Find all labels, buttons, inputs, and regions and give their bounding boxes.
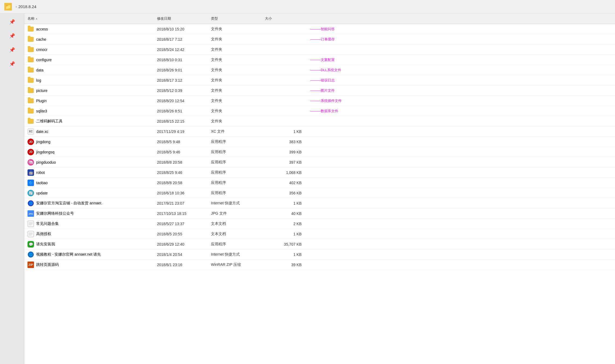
file-modified: 2018/8/20 12:54 — [154, 98, 208, 104]
col-header-size[interactable]: 大小 — [262, 15, 305, 22]
file-name-cell: JD jingdong — [24, 138, 154, 146]
file-name: 请先安装我 — [36, 242, 55, 247]
file-type-icon — [28, 98, 34, 104]
file-name-cell: picture — [24, 86, 154, 95]
file-type-icon: JD — [28, 139, 34, 145]
file-annotation: ———文案配置 — [305, 56, 615, 63]
file-modified: 2018/5/12 0:39 — [154, 87, 208, 94]
table-row[interactable]: 常见问题合集 2018/5/27 13:37 文本文档 2 KB — [24, 219, 615, 229]
file-type-icon — [28, 221, 34, 227]
file-modified: 2017/11/29 4:19 — [154, 128, 208, 135]
col-header-type[interactable]: 类型 — [208, 15, 262, 22]
file-modified: 2018/8/10 15:20 — [154, 26, 208, 32]
file-name-cell: cache — [24, 35, 154, 44]
file-modified: 2018/8/26 8:51 — [154, 108, 208, 114]
file-name-cell: 💬 请先安装我 — [24, 240, 154, 249]
file-annotation: ———DLL系统文件 — [305, 67, 615, 74]
table-row[interactable]: cache 2018/8/17 7:12 文件夹 ———订单缓存 — [24, 34, 615, 44]
annotation-text: ———智能问答 — [308, 27, 335, 31]
col-header-modified[interactable]: 修改日期 — [154, 15, 208, 22]
file-modified: 2017/10/13 18:15 — [154, 210, 208, 217]
file-modified: 2018/8/5 9:46 — [154, 149, 208, 155]
file-type-icon — [28, 26, 34, 32]
table-row[interactable]: 🤖 robot 2018/8/25 9:46 应用程序 1,068 KB — [24, 167, 615, 178]
file-name: configure — [36, 58, 52, 62]
file-type-icon — [28, 57, 34, 63]
annotation-text: ———订单缓存 — [308, 37, 335, 41]
file-size: 397 KB — [262, 159, 305, 166]
file-modified: 2018/8/17 7:12 — [154, 36, 208, 43]
table-row[interactable]: JD jingdong 2018/8/5 9:48 应用程序 383 KB — [24, 137, 615, 147]
file-name: 跳转页面源码 — [36, 262, 59, 267]
file-name: robot — [36, 170, 45, 175]
table-row[interactable]: sqlite3 2018/8/26 8:51 文件夹 ———数据库文件 — [24, 106, 615, 116]
file-name: cache — [36, 37, 46, 42]
file-name: log — [36, 78, 41, 83]
pin-icon-4[interactable]: 📌 — [9, 61, 15, 67]
file-type: JPG 文件 — [208, 210, 262, 217]
file-name-cell: 常见问题合集 — [24, 219, 154, 228]
table-row[interactable]: 二维码解码工具 2018/8/15 22:15 文件夹 — [24, 116, 615, 126]
file-size: 399 KB — [262, 149, 305, 155]
file-type-icon: 💬 — [28, 241, 34, 248]
table-row[interactable]: 🔄 update 2018/6/18 10:36 应用程序 356 KB — [24, 188, 615, 198]
table-row[interactable]: JPG 安娜尔网络科技公众号 2017/10/13 18:15 JPG 文件 4… — [24, 208, 615, 219]
file-type: WinRAR ZIP 压缩 — [208, 261, 262, 268]
file-size: 39 KB — [262, 262, 305, 268]
pin-icon-2[interactable]: 📌 — [9, 33, 15, 39]
file-size — [262, 90, 305, 92]
table-row[interactable]: JD jingdongsq 2018/8/5 9:46 应用程序 399 KB — [24, 147, 615, 157]
table-row[interactable]: picture 2018/5/12 0:39 文件夹 ———图片文件 — [24, 85, 615, 96]
file-type: 文件夹 — [208, 87, 262, 94]
sort-arrow-icon: ∧ — [36, 17, 37, 20]
table-row[interactable]: configure 2018/8/10 0:31 文件夹 ———文案配置 — [24, 55, 615, 65]
file-name-cell: cnnocr — [24, 45, 154, 54]
file-modified: 2018/6/18 10:36 — [154, 190, 208, 196]
table-row[interactable]: data 2018/8/26 9:01 文件夹 ———DLL系统文件 — [24, 65, 615, 75]
annotation-text: ———DLL系统文件 — [308, 68, 341, 72]
file-name: 常见问题合集 — [36, 221, 59, 226]
file-type-icon: 🔄 — [28, 190, 34, 196]
table-row[interactable]: 💬 请先安装我 2018/6/29 12:40 应用程序 35,707 KB — [24, 239, 615, 249]
file-type-icon: JPG — [28, 210, 34, 217]
table-row[interactable]: 高佣授权 2018/8/5 20:55 文本文档 1 KB — [24, 229, 615, 239]
file-name-cell: 🔄 update — [24, 189, 154, 197]
file-size: 1 KB — [262, 128, 305, 135]
table-row[interactable]: access 2018/8/10 15:20 文件夹 ———智能问答 — [24, 24, 615, 34]
file-modified: 2018/8/8 20:58 — [154, 159, 208, 166]
file-name: 安娜尔官方淘宝店铺 - 自动发货 annaer. — [36, 201, 102, 206]
pin-icon-1[interactable]: 📌 — [9, 19, 15, 25]
file-name-cell: 🤖 robot — [24, 168, 154, 177]
file-size — [262, 100, 305, 102]
file-type: 应用程序 — [208, 149, 262, 156]
file-size — [262, 79, 305, 81]
file-modified: 2017/9/21 23:07 — [154, 200, 208, 207]
table-row[interactable]: cnnocr 2018/5/24 12:42 文件夹 — [24, 44, 615, 55]
table-row[interactable]: Plugin 2018/8/20 12:54 文件夹 ———系统插件文件 — [24, 96, 615, 106]
file-size: 35,707 KB — [262, 241, 305, 248]
table-row[interactable]: 🔷 taobao 2018/8/8 20:58 应用程序 402 KB — [24, 178, 615, 188]
table-row[interactable]: ZIP 跳转页面源码 2018/6/1 23:16 WinRAR ZIP 压缩 … — [24, 260, 615, 270]
annotation-text: ———错误日志 — [308, 78, 335, 82]
file-size — [262, 49, 305, 51]
pin-icon-3[interactable]: 📌 — [9, 47, 15, 53]
file-name-cell: JD jingdongsq — [24, 148, 154, 156]
table-row[interactable]: 🛍 pingduoduo 2018/8/8 20:58 应用程序 397 KB — [24, 157, 615, 167]
file-name-cell: ZIP 跳转页面源码 — [24, 260, 154, 269]
table-row[interactable]: 🌐 视频教程 - 安娜尔官网 annaer.net 请先 2018/1/4 20… — [24, 249, 615, 260]
table-row[interactable]: XC date.xc 2017/11/29 4:19 XC 文件 1 KB — [24, 126, 615, 137]
file-type: 文本文档 — [208, 220, 262, 227]
file-type-icon — [28, 118, 34, 125]
file-type-icon — [28, 87, 34, 94]
file-name: date.xc — [36, 129, 48, 134]
col-header-name[interactable]: 名称 ∧ — [24, 15, 154, 22]
file-name: Plugin — [36, 99, 47, 103]
file-type: 应用程序 — [208, 169, 262, 176]
table-row[interactable]: 🌐 安娜尔官方淘宝店铺 - 自动发货 annaer. 2017/9/21 23:… — [24, 198, 615, 208]
breadcrumb-path: 2018.8.24 — [18, 4, 36, 9]
file-name-cell: access — [24, 25, 154, 33]
file-name-cell: 🌐 安娜尔官方淘宝店铺 - 自动发货 annaer. — [24, 199, 154, 208]
file-name: jingdongsq — [36, 150, 54, 154]
file-size: 40 KB — [262, 210, 305, 217]
table-row[interactable]: log 2018/8/17 3:12 文件夹 ———错误日志 — [24, 75, 615, 85]
